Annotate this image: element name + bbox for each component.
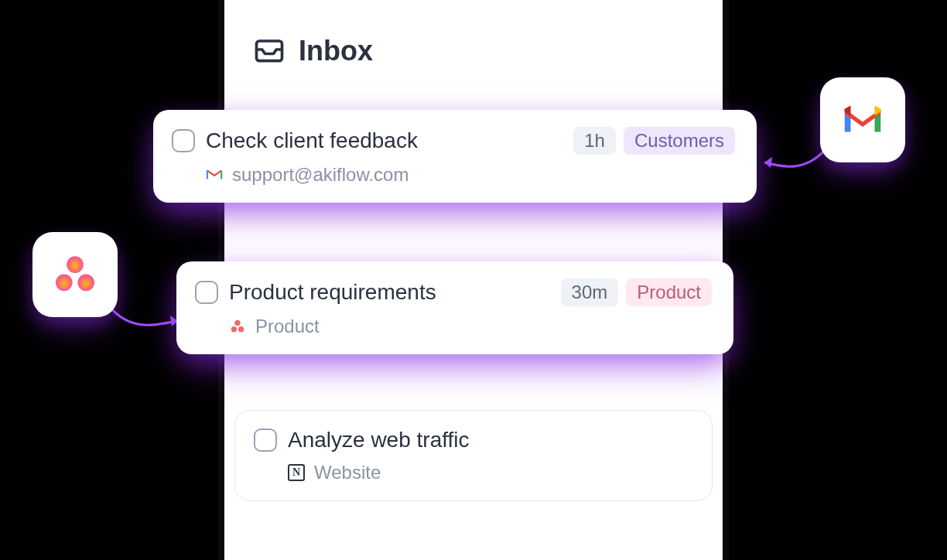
task-source: support@akiflow.com [232,164,409,186]
tag-pill: Customers [624,127,735,155]
task-card[interactable]: Analyze web traffic N Website [234,410,713,501]
duration-pill: 1h [573,127,616,155]
inbox-title: Inbox [299,35,373,67]
svg-point-6 [56,274,73,291]
svg-marker-0 [764,157,772,168]
inbox-header: Inbox [224,23,723,93]
svg-point-4 [238,326,244,332]
task-checkbox[interactable] [172,129,195,152]
task-title: Check client feedback [206,128,562,153]
task-checkbox[interactable] [254,429,277,452]
task-card[interactable]: Check client feedback 1h Customers suppo… [153,110,757,203]
integration-badge-asana [32,232,118,317]
task-pills: 30m Product [561,278,712,306]
gmail-icon [206,166,223,183]
asana-icon [229,318,246,335]
svg-point-3 [231,326,237,332]
svg-point-5 [67,256,84,273]
task-pills: 1h Customers [573,127,735,155]
tag-pill: Product [626,278,712,306]
task-checkbox[interactable] [195,281,218,304]
svg-point-2 [234,320,240,326]
task-source: Website [314,462,381,483]
task-card[interactable]: Product requirements 30m Product Product [176,261,733,354]
duration-pill: 30m [561,278,619,306]
task-title: Product requirements [229,280,550,305]
svg-point-7 [77,274,94,291]
inbox-tray-icon [252,32,286,70]
integration-badge-gmail [820,77,905,162]
task-source: Product [255,316,320,337]
task-title: Analyze web traffic [288,428,690,452]
notion-icon: N [288,464,305,481]
